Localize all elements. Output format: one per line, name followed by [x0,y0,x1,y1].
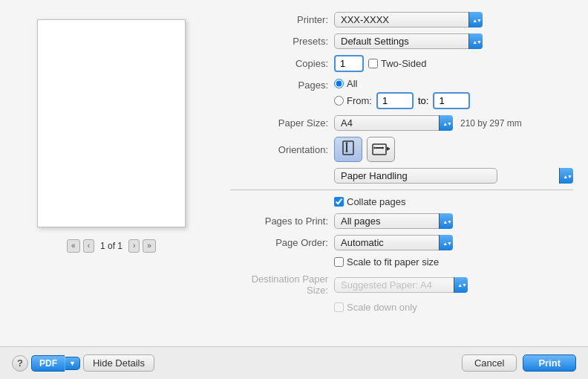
svg-marker-2 [345,142,348,143]
preview-panel: « ‹ 1 of 1 › » [0,12,223,346]
scale-to-fit-text: Scale to fit paper size [347,256,439,268]
last-page-button[interactable]: » [143,239,156,253]
bottom-left: ? PDF ▼ Hide Details [12,354,154,372]
scale-down-only-label[interactable]: Scale down only [334,302,417,313]
printer-label: Printer: [230,14,334,25]
paper-handling-select-wrapper: Paper Handling [334,168,573,184]
prev-page-button[interactable]: ‹ [83,239,94,253]
pages-to-print-label: Pages to Print: [230,216,334,227]
copies-control: Two-Sided [334,55,573,72]
page-order-row: Page Order: Automatic [230,235,573,250]
page-order-label: Page Order: [230,237,334,248]
presets-select[interactable]: Default Settings [334,33,483,49]
printer-row: Printer: XXX-XXXX [230,12,573,27]
pages-all-label[interactable]: All [334,78,470,89]
print-button[interactable]: Print [523,354,576,372]
pdf-group: PDF ▼ [31,355,80,372]
help-button[interactable]: ? [12,355,28,372]
pages-from-label[interactable]: From: [334,95,372,106]
pages-to-print-select-wrapper: All pages [334,213,453,229]
pages-from-input[interactable] [376,92,414,109]
page-order-select-wrapper: Automatic [334,235,453,250]
copies-input[interactable] [334,55,364,72]
portrait-icon [341,140,356,158]
settings-panel: Printer: XXX-XXXX Presets: Default Setti… [223,12,588,346]
two-sided-label[interactable]: Two-Sided [368,58,426,69]
page-order-control: Automatic [334,235,573,250]
hide-details-button[interactable]: Hide Details [83,354,154,372]
pdf-arrow-button[interactable]: ▼ [65,357,80,370]
orientation-label: Orientation: [230,144,334,155]
copies-row: Copies: Two-Sided [230,55,573,72]
pages-all-radio[interactable] [334,79,344,88]
paper-handling-select[interactable]: Paper Handling [334,168,497,184]
printer-select-wrapper: XXX-XXXX [334,12,483,27]
collate-label[interactable]: Collate pages [334,196,406,207]
bottom-right: Cancel Print [462,354,576,372]
next-page-button[interactable]: › [128,239,140,253]
printer-select[interactable]: XXX-XXXX [334,12,483,27]
svg-text:▶: ▶ [387,146,390,151]
collate-text: Collate pages [347,196,406,207]
pagination: « ‹ 1 of 1 › » [67,239,156,253]
pages-label: Pages: [230,80,334,91]
scale-to-fit-label[interactable]: Scale to fit paper size [334,256,439,268]
pages-to-text: to: [418,95,428,106]
orientation-row: Orientation: [230,137,573,162]
pages-to-print-select[interactable]: All pages [334,213,453,229]
pages-control: All From: to: [334,78,573,109]
printer-control: XXX-XXXX [334,12,573,27]
page-order-select[interactable]: Automatic [334,235,453,250]
presets-select-wrapper: Default Settings [334,33,483,49]
size-info-text: 210 by 297 mm [460,118,522,129]
portrait-button[interactable] [334,137,362,162]
paper-size-select-wrapper: A4 [334,115,453,131]
scale-down-only-row: Scale down only [230,302,573,313]
scale-down-only-control: Scale down only [334,302,573,313]
two-sided-checkbox[interactable] [368,59,378,68]
pages-from-text: From: [347,95,372,106]
orientation-control: ▶ [334,137,573,162]
presets-control: Default Settings [334,33,573,49]
two-sided-text: Two-Sided [381,58,426,69]
cancel-button[interactable]: Cancel [462,354,517,372]
copies-label: Copies: [230,58,334,69]
paper-handling-dropdown-control: Paper Handling [334,168,573,184]
svg-marker-6 [373,146,375,149]
pages-to-print-control: All pages [334,213,573,229]
svg-marker-7 [382,146,384,149]
paper-size-label: Paper Size: [230,117,334,129]
destination-paper-size-label: Destination Paper Size: [230,273,334,296]
page-preview [37,19,186,227]
page-indicator: 1 of 1 [97,241,125,251]
presets-row: Presets: Default Settings [230,33,573,49]
pdf-button[interactable]: PDF [31,355,65,372]
landscape-button[interactable]: ▶ [367,137,395,162]
pages-section: All From: to: [334,78,470,109]
first-page-button[interactable]: « [67,239,80,253]
pages-from-radio[interactable] [334,96,344,106]
paper-size-select[interactable]: A4 [334,115,453,131]
svg-marker-3 [345,151,348,152]
collate-row: Collate pages [230,196,573,207]
scale-to-fit-row: Scale to fit paper size [230,256,573,268]
presets-label: Presets: [230,36,334,47]
separator [230,190,573,190]
print-dialog: « ‹ 1 of 1 › » Printer: XXX-XXXX [0,0,588,379]
pages-to-input[interactable] [433,92,470,109]
bottom-bar: ? PDF ▼ Hide Details Cancel Print [0,346,588,379]
collate-checkbox[interactable] [334,197,344,207]
destination-paper-size-select-wrapper: Suggested Paper: A4 [334,277,468,293]
pages-row: Pages: All From: to: [230,78,573,109]
landscape-icon: ▶ [372,142,390,157]
scale-to-fit-checkbox[interactable] [334,257,344,267]
paper-handling-row: Paper Handling [230,168,573,184]
scale-down-only-checkbox[interactable] [334,302,344,312]
paper-size-control: A4 210 by 297 mm [334,115,573,131]
scale-down-only-text: Scale down only [347,302,417,313]
destination-paper-size-select[interactable]: Suggested Paper: A4 [334,277,468,293]
scale-to-fit-control: Scale to fit paper size [334,256,573,268]
pages-all-text: All [347,78,357,89]
svg-rect-0 [343,141,353,155]
destination-paper-size-control: Suggested Paper: A4 [334,277,573,293]
